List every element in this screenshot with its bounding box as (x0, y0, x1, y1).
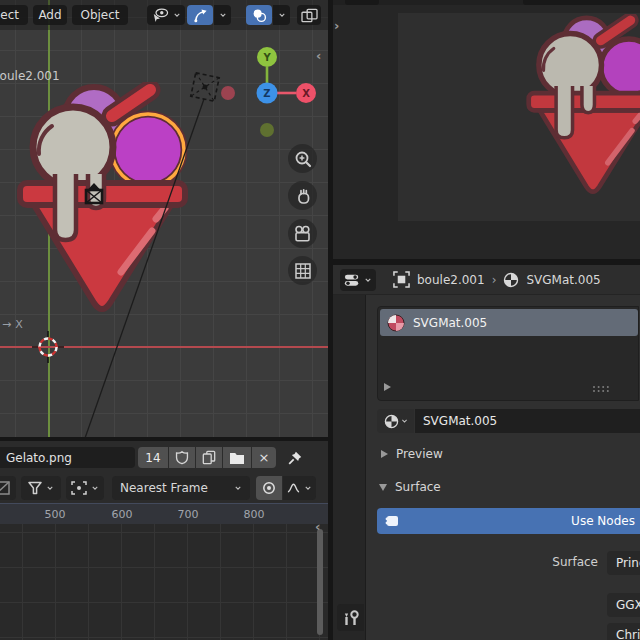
unlink-image-button[interactable]: × (252, 447, 276, 468)
frame-ruler[interactable]: 500 600 700 800 (0, 503, 328, 524)
pin-button[interactable] (283, 447, 307, 468)
scrollbar[interactable] (317, 529, 323, 635)
keyframe-type-toggle[interactable] (256, 476, 282, 500)
dopesheet-editor[interactable]: Gelato.png 14 × (0, 441, 328, 640)
ease-curve-icon (287, 482, 300, 494)
clipped-tool-icon (0, 480, 11, 496)
duplicate-image-button[interactable] (196, 447, 222, 468)
frame-tick: 700 (178, 508, 199, 521)
material-preview-icon (387, 314, 405, 332)
edge-clipped-button[interactable] (0, 476, 16, 500)
ruler-top-line (0, 503, 328, 504)
editor-type-dropdown[interactable] (340, 269, 376, 291)
funnel-icon (28, 481, 42, 495)
gizmo-neg-y[interactable] (260, 123, 274, 137)
close-icon: × (259, 450, 270, 465)
tab-tool[interactable] (337, 604, 364, 631)
viewport-preview[interactable]: › (333, 0, 640, 259)
interpolation-dropdown[interactable] (283, 476, 316, 500)
image-name-field[interactable]: Gelato.png (0, 447, 135, 468)
breadcrumb: boule2.001 › SVGMat.005 (393, 271, 601, 288)
menu-object[interactable]: Object (72, 5, 128, 25)
camera-frame (398, 13, 640, 221)
gizmo-z-label: Z (263, 88, 270, 99)
show-overlays-toggle[interactable] (246, 5, 272, 25)
panel-expand-arrow[interactable]: › (334, 18, 339, 33)
use-nodes-label: Use Nodes (571, 515, 635, 527)
area-splitter-horizontal-left[interactable] (0, 437, 328, 441)
fake-user-button[interactable] (169, 447, 195, 468)
pivot-dropdown[interactable] (66, 476, 104, 500)
distribution-dropdown[interactable]: GGX (607, 593, 640, 617)
gizmo-neg-x[interactable] (221, 86, 235, 100)
resize-grip-icon[interactable] (592, 385, 610, 393)
circle-dot-icon (262, 481, 276, 495)
gizmo-dropdown[interactable] (214, 5, 231, 25)
navigation-gizmo[interactable]: Y X Z (212, 42, 327, 142)
pin-icon (287, 450, 303, 466)
viewport-3d[interactable]: boule2.001 → X Y X Z (0, 0, 328, 437)
gizmo-x-label: X (302, 88, 310, 99)
breadcrumb-material[interactable]: SVGMat.005 (526, 274, 600, 286)
chevron-down-icon (278, 12, 286, 18)
pivot-point-icon (71, 481, 87, 495)
camera-object[interactable] (86, 183, 102, 203)
xray-icon (301, 8, 318, 23)
camera-view-button[interactable] (288, 219, 317, 248)
ortho-toggle-button[interactable] (288, 256, 317, 285)
nodes-icon (385, 514, 400, 528)
chevron-down-icon (304, 485, 312, 491)
pan-button[interactable] (288, 181, 317, 210)
blender-window: boule2.001 → X Y X Z (0, 0, 640, 640)
overlays-dropdown[interactable] (273, 5, 290, 25)
panel-collapse-arrow[interactable]: ‹ (315, 519, 320, 534)
breadcrumb-object[interactable]: boule2.001 (417, 274, 485, 286)
material-name: SVGMat.005 (423, 415, 497, 427)
users-count-button[interactable]: 14 (138, 447, 168, 468)
dopesheet-canvas[interactable] (0, 524, 328, 640)
distribution-value: GGX (616, 598, 640, 612)
panel-surface[interactable]: Surface (379, 480, 441, 494)
visibility-dropdown[interactable] (147, 5, 185, 25)
filter-dropdown[interactable] (21, 476, 61, 500)
eye-cursor-icon (151, 7, 169, 23)
xray-toggle[interactable] (297, 5, 321, 25)
object-data-icon (393, 271, 410, 288)
surface-shader-dropdown[interactable]: Principled BSDF (607, 551, 640, 575)
properties-tab-column (333, 295, 366, 640)
snap-mode-value: Nearest Frame (120, 482, 208, 494)
snap-mode-dropdown[interactable]: Nearest Frame (112, 476, 250, 500)
material-browse-dropdown[interactable] (377, 409, 414, 433)
chevron-down-icon (219, 12, 227, 18)
surface-shader-value: Principled BSDF (616, 556, 640, 570)
sidebar-collapse-arrow[interactable]: ‹ (316, 48, 321, 63)
menu-select[interactable]: Select (0, 5, 28, 25)
cursor-3d[interactable] (32, 331, 64, 363)
zoom-button[interactable] (288, 144, 317, 173)
panel-preview[interactable]: Preview (381, 447, 443, 461)
hand-icon (294, 187, 312, 205)
magnifier-plus-icon (294, 150, 312, 168)
use-nodes-button[interactable]: Use Nodes (377, 508, 640, 534)
material-name-field[interactable]: SVGMat.005 (415, 409, 640, 433)
tool-icon (342, 609, 360, 627)
show-gizmo-toggle[interactable] (187, 5, 213, 25)
users-count: 14 (145, 452, 160, 464)
viewport-header: Select Add Object (0, 0, 328, 30)
chevron-down-icon (91, 485, 99, 491)
material-slot-list[interactable]: SVGMat.005 (377, 306, 639, 401)
chevron-down-icon (46, 485, 54, 491)
preview-header-button (345, 0, 379, 5)
viewport-object-label: boule2.001 (0, 70, 60, 82)
expander-icon (379, 484, 387, 491)
subsurface-method-value: Christensen-Burley (616, 628, 640, 640)
surface-field-label: Surface (456, 556, 598, 568)
slot-list-expander[interactable] (384, 383, 391, 391)
chevron-down-icon (401, 418, 408, 424)
open-image-button[interactable] (223, 447, 251, 468)
material-slot-row[interactable]: SVGMat.005 (380, 309, 638, 336)
material-icon (503, 272, 519, 288)
camera-icon (293, 225, 312, 243)
menu-add[interactable]: Add (33, 5, 67, 25)
subsurface-method-dropdown[interactable]: Christensen-Burley (607, 623, 640, 640)
